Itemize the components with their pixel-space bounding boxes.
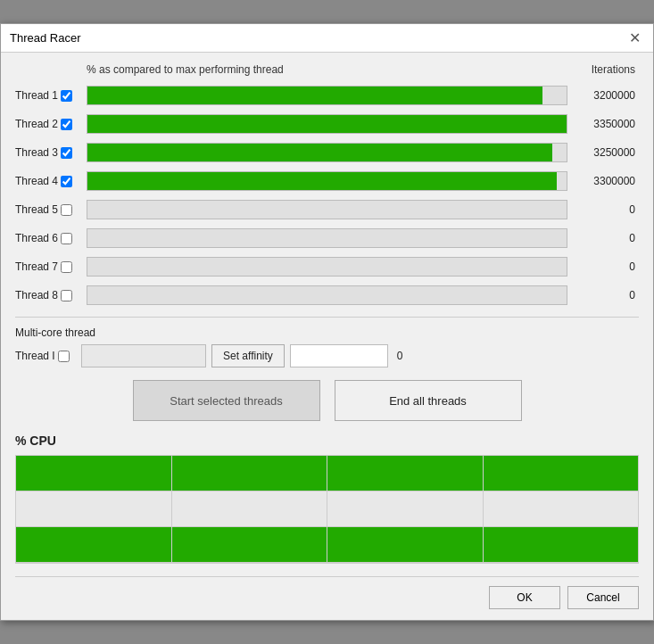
iterations-value-1: 3200000: [567, 89, 639, 102]
multicore-text-input[interactable]: [81, 344, 206, 367]
cpu-cell-0-1: [172, 456, 328, 491]
iterations-value-8: 0: [567, 289, 639, 301]
thread-name-5: Thread 5: [15, 203, 58, 216]
thread-checkbox-4[interactable]: [61, 176, 72, 187]
cpu-cell-0-2: [327, 456, 484, 491]
progress-bar-container-4: [87, 171, 567, 191]
progress-bar-container-8: [87, 285, 567, 305]
progress-bar-container-1: [87, 86, 567, 105]
titlebar: Thread Racer ✕: [1, 24, 653, 53]
thread-label-2: Thread 2: [15, 118, 87, 130]
start-selected-button[interactable]: Start selected threads: [133, 380, 320, 421]
cpu-cell-2-1: [172, 527, 328, 563]
ok-button[interactable]: OK: [489, 586, 560, 609]
progress-bar-container-3: [87, 143, 567, 162]
cpu-cell-2-2: [327, 527, 484, 563]
thread-name-7: Thread 7: [15, 260, 58, 273]
thread-name-1: Thread 1: [15, 89, 58, 102]
thread-row: Thread 23350000: [15, 111, 639, 136]
divider: [15, 317, 639, 318]
cpu-cell-2-0: [16, 527, 172, 563]
thread-row: Thread 60: [15, 226, 639, 251]
thread-row: Thread 43300000: [15, 169, 639, 194]
thread-label-1: Thread 1: [15, 89, 87, 102]
cpu-section: % CPU: [15, 433, 639, 564]
thread-checkbox-7[interactable]: [61, 261, 72, 273]
thread-row: Thread 70: [15, 254, 639, 279]
multicore-section: Multi-core thread Thread I Set affinity …: [15, 326, 639, 367]
cpu-cell-0-3: [484, 456, 639, 491]
cpu-cell-fill-0-3: [484, 456, 639, 491]
multicore-thread-text: Thread I: [15, 350, 55, 362]
thread-row: Thread 33250000: [15, 140, 639, 165]
cpu-row-2: [16, 527, 638, 563]
window-title: Thread Racer: [10, 31, 80, 45]
thread-label-6: Thread 6: [15, 232, 87, 244]
close-button[interactable]: ✕: [625, 31, 644, 45]
set-affinity-button[interactable]: Set affinity: [211, 344, 285, 367]
cpu-cell-fill-2-3: [484, 527, 639, 562]
column-headers: % as compared to max performing thread I…: [15, 63, 639, 76]
thread-label-3: Thread 3: [15, 146, 87, 159]
thread-name-2: Thread 2: [15, 118, 58, 130]
cpu-cell-2-3: [484, 527, 639, 563]
thread-name-6: Thread 6: [15, 232, 58, 244]
iterations-value-3: 3250000: [567, 146, 639, 159]
thread-name-3: Thread 3: [15, 146, 58, 159]
cpu-cell-1-3: [484, 491, 639, 527]
cpu-cell-fill-2-1: [172, 527, 327, 562]
cancel-button[interactable]: Cancel: [567, 586, 639, 609]
multicore-checkbox[interactable]: [58, 351, 70, 362]
iterations-value-5: 0: [567, 203, 639, 216]
progress-bar-container-5: [87, 200, 567, 219]
thread-row: Thread 50: [15, 197, 639, 222]
cpu-cell-fill-0-1: [172, 456, 327, 491]
thread-label-4: Thread 4: [15, 175, 87, 187]
cpu-row-0: [16, 456, 638, 491]
thread-name-8: Thread 8: [15, 289, 58, 301]
thread-checkbox-6[interactable]: [61, 233, 72, 244]
thread-row: Thread 80: [15, 283, 639, 308]
main-content: % as compared to max performing thread I…: [1, 53, 653, 620]
thread-checkbox-3[interactable]: [61, 147, 72, 159]
cpu-cell-1-1: [172, 491, 328, 527]
action-buttons: Start selected threads End all threads: [15, 380, 639, 421]
thread-checkbox-8[interactable]: [61, 290, 72, 301]
iterations-value-4: 3300000: [567, 175, 639, 187]
thread-checkbox-5[interactable]: [61, 204, 72, 216]
cpu-cell-1-2: [327, 491, 484, 527]
thread-label-5: Thread 5: [15, 203, 87, 216]
multicore-label: Multi-core thread: [15, 326, 639, 339]
thread-row: Thread 13200000: [15, 83, 639, 108]
thread-list: Thread 13200000Thread 23350000Thread 332…: [15, 83, 639, 308]
progress-bar-fill-1: [87, 87, 542, 104]
progress-bar-container-6: [87, 228, 567, 248]
thread-label-8: Thread 8: [15, 289, 87, 301]
progress-bar-fill-2: [87, 115, 567, 133]
iterations-column-header: Iterations: [567, 63, 639, 76]
cpu-cell-0-0: [16, 456, 172, 491]
cpu-cell-1-0: [16, 491, 172, 527]
percent-column-header: % as compared to max performing thread: [87, 63, 567, 76]
multicore-iterations: 0: [397, 350, 403, 362]
affinity-value-input[interactable]: [290, 344, 388, 367]
thread-checkbox-1[interactable]: [61, 90, 72, 102]
iterations-value-7: 0: [567, 260, 639, 273]
thread-label-7: Thread 7: [15, 260, 87, 273]
iterations-value-6: 0: [567, 232, 639, 244]
iterations-value-2: 3350000: [567, 118, 639, 130]
thread-name-4: Thread 4: [15, 175, 58, 187]
progress-bar-fill-4: [87, 172, 557, 190]
thread-checkbox-2[interactable]: [61, 119, 72, 130]
bottom-buttons: OK Cancel: [15, 576, 639, 609]
multicore-row: Thread I Set affinity 0: [15, 344, 639, 367]
end-all-button[interactable]: End all threads: [335, 380, 522, 421]
main-window: Thread Racer ✕ % as compared to max perf…: [0, 23, 654, 621]
progress-bar-fill-3: [87, 144, 552, 161]
cpu-row-1: [16, 491, 638, 527]
cpu-cell-fill-0-0: [16, 456, 171, 491]
cpu-cell-fill-0-2: [327, 456, 483, 491]
multicore-thread-label: Thread I: [15, 350, 76, 362]
progress-bar-container-2: [87, 114, 567, 134]
cpu-cell-fill-2-2: [327, 527, 483, 562]
